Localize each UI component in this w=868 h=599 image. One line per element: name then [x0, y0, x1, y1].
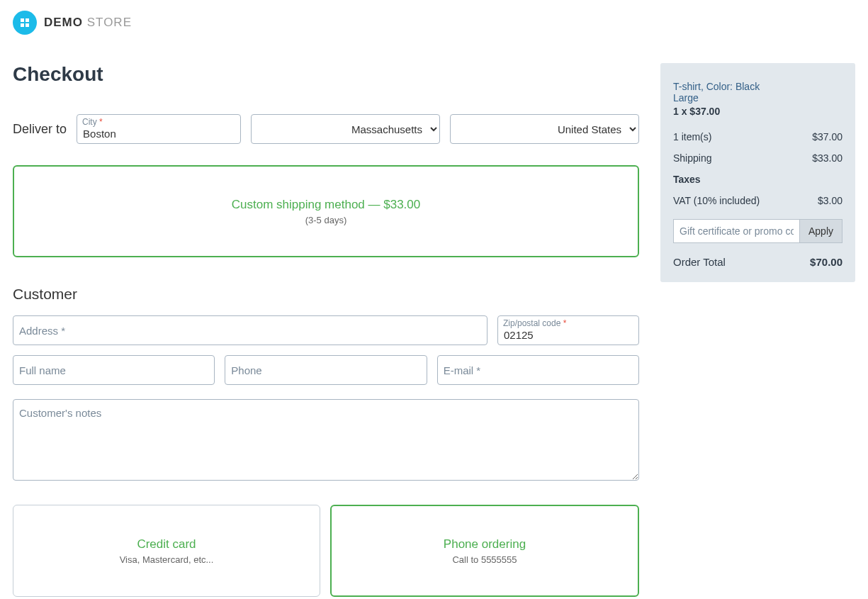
state-select-wrap: Massachusetts — [251, 114, 440, 144]
vat-value: $3.00 — [818, 195, 842, 206]
payment-credit-sub: Visa, Mastercard, etc... — [120, 554, 214, 565]
order-summary: T-shirt, Color: Black Large 1 x $37.00 1… — [660, 63, 855, 282]
city-field-wrap: City * — [77, 114, 241, 144]
deliver-to-label: Deliver to — [13, 122, 67, 137]
taxes-label: Taxes — [673, 174, 701, 185]
summary-vat-row: VAT (10% included) $3.00 — [673, 195, 842, 206]
promo-input[interactable] — [673, 219, 799, 243]
state-select[interactable]: Massachusetts — [251, 114, 440, 144]
header: DEMO STORE — [13, 11, 855, 35]
email-wrap — [437, 355, 639, 385]
email-input[interactable] — [437, 355, 639, 385]
fullname-wrap — [13, 355, 215, 385]
summary-taxes-header: Taxes — [673, 174, 842, 185]
summary-shipping-row: Shipping $33.00 — [673, 152, 842, 164]
svg-rect-3 — [26, 23, 29, 27]
logo-icon[interactable] — [13, 11, 37, 35]
brand-light: STORE — [83, 16, 132, 29]
page-title: Checkout — [13, 63, 639, 86]
payment-credit-card[interactable]: Credit card Visa, Mastercard, etc... — [13, 505, 320, 597]
summary-items-row: 1 item(s) $37.00 — [673, 131, 842, 142]
payment-phone-card[interactable]: Phone ordering Call to 5555555 — [330, 505, 639, 597]
shipping-method-sub: (3-5 days) — [305, 215, 347, 225]
svg-rect-1 — [26, 18, 29, 22]
order-total-label: Order Total — [673, 256, 726, 268]
summary-items-value: $37.00 — [812, 131, 842, 142]
cart-item-name-line1[interactable]: T-shirt, Color: Black — [673, 81, 842, 92]
address-wrap — [13, 315, 487, 345]
order-total-value: $70.00 — [810, 256, 842, 268]
cart-item-qty: 1 x $37.00 — [673, 106, 842, 117]
summary-shipping-value: $33.00 — [812, 152, 842, 164]
shipping-method-title: Custom shipping method — $33.00 — [232, 198, 421, 212]
zip-wrap: Zip/postal code * — [497, 315, 639, 345]
apply-button[interactable]: Apply — [799, 219, 842, 243]
summary-shipping-label: Shipping — [673, 152, 712, 164]
country-select[interactable]: United States — [450, 114, 639, 144]
customer-heading: Customer — [13, 286, 639, 303]
phone-input[interactable] — [225, 355, 427, 385]
deliver-to-row: Deliver to City * Massachusetts United S… — [13, 114, 639, 144]
brand-name[interactable]: DEMO STORE — [44, 16, 132, 30]
order-total-row: Order Total $70.00 — [673, 256, 842, 268]
summary-items-label: 1 item(s) — [673, 131, 711, 142]
svg-rect-0 — [21, 18, 24, 22]
brand-strong: DEMO — [44, 16, 83, 29]
cart-item-name-line2[interactable]: Large — [673, 92, 842, 103]
vat-label: VAT (10% included) — [673, 195, 760, 206]
svg-rect-2 — [21, 23, 24, 27]
country-select-wrap: United States — [450, 114, 639, 144]
payment-phone-title: Phone ordering — [444, 537, 526, 552]
phone-wrap — [225, 355, 427, 385]
shipping-method-card[interactable]: Custom shipping method — $33.00 (3-5 day… — [13, 165, 639, 257]
payment-phone-sub: Call to 5555555 — [452, 554, 517, 565]
payment-credit-title: Credit card — [137, 537, 196, 552]
fullname-input[interactable] — [13, 355, 215, 385]
zip-input[interactable] — [497, 315, 639, 345]
address-input[interactable] — [13, 315, 487, 345]
promo-row: Apply — [673, 219, 842, 243]
notes-textarea[interactable] — [13, 399, 639, 481]
city-input[interactable] — [77, 114, 241, 144]
